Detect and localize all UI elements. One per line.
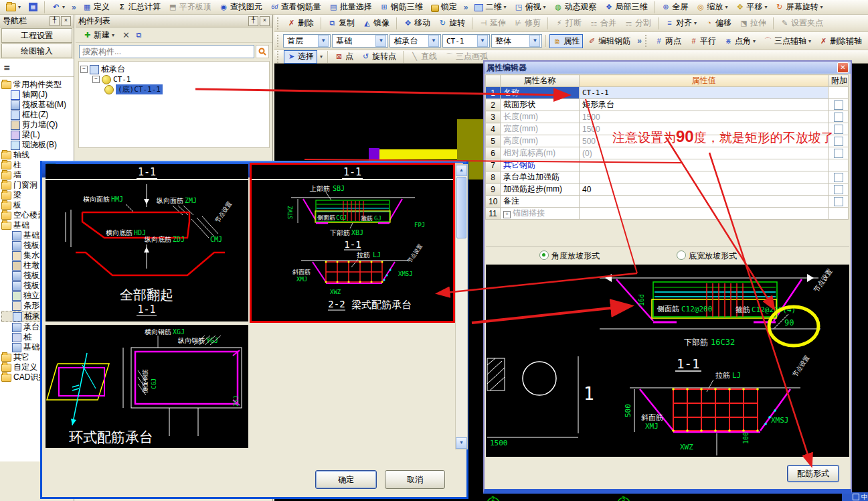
view-mode-combobox[interactable]: 整体▼ <box>491 34 542 48</box>
select-dropdown[interactable]: ▾ <box>319 52 324 61</box>
angle-slope-radio[interactable]: 角度放坡形式 <box>539 250 600 262</box>
property-row-remark[interactable]: 10备注 <box>486 196 849 208</box>
merge-button[interactable]: ⚏合并 <box>586 16 620 30</box>
parallel-axis-button[interactable]: #平行 <box>686 34 719 48</box>
property-row-rel-bottom-elev[interactable]: 6相对底标高(m) (0) <box>486 147 849 159</box>
lock-button[interactable]: 锁定 <box>428 0 460 14</box>
delete-aux-axis-button[interactable]: ✗删除辅轴 <box>816 34 865 48</box>
scrollbar-thumb[interactable] <box>456 177 466 238</box>
property-row-edge-strengthen[interactable]: 8承台单边加强筋 <box>486 171 849 184</box>
delete-component-icon[interactable]: ✕ <box>122 31 131 40</box>
property-editor-titlebar[interactable]: 属性编辑器 ✕ <box>485 62 851 74</box>
dialog-scrollbar[interactable]: ▲ ▼ <box>455 164 468 449</box>
local-3d-button[interactable]: ❖局部三维 <box>601 0 650 14</box>
nav-tree-item[interactable]: 筏板基础(M) <box>1 100 74 110</box>
top-view-button[interactable]: ◳俯视▾ <box>511 0 549 14</box>
copy-button[interactable]: ⧉复制 <box>325 16 358 30</box>
batch-select-button[interactable]: ▤批量选择 <box>326 0 375 14</box>
layers-icon[interactable]: 〓 <box>3 64 11 72</box>
split-button[interactable]: ⚎分割 <box>621 16 655 30</box>
pin-icon[interactable]: ╀ <box>248 16 258 26</box>
project-settings-button[interactable]: 工程设置 <box>1 28 72 43</box>
collapse-icon[interactable]: − <box>80 66 88 73</box>
rotate-button[interactable]: ↻旋转 <box>435 16 468 30</box>
orbit-button[interactable]: ◍动态观察 <box>550 0 600 14</box>
rotate-point-button[interactable]: ↺旋转点 <box>358 50 400 64</box>
align-button[interactable]: ≡对齐▾ <box>662 16 700 30</box>
trim-button[interactable]: ⊬修剪 <box>511 16 544 30</box>
attach-checkbox[interactable] <box>834 173 843 182</box>
property-row-other-rebar[interactable]: 7其它钢筋 <box>486 159 849 171</box>
property-row-length[interactable]: 3长度(mm) 1500 <box>486 111 849 123</box>
point-angle-axis-button[interactable]: ⋇点角▾ <box>721 34 759 48</box>
delete-button[interactable]: ✗删除 <box>284 16 317 30</box>
rebar-style-ring-type[interactable]: 横向钢筋 XGJ 纵向钢筋 YGJ 侧面钢筋 CGJ <box>46 325 248 448</box>
ok-button[interactable]: 确定 <box>315 470 377 489</box>
move-button[interactable]: ✥移动 <box>400 16 434 30</box>
attach-checkbox[interactable] <box>834 137 843 146</box>
summary-calc-button[interactable]: Σ汇总计算 <box>114 0 164 14</box>
nav-tree-item[interactable]: 梁(L) <box>1 130 74 140</box>
toolbar-overflow-chevron-2[interactable]: » <box>462 3 470 12</box>
cancel-button[interactable]: 取消 <box>385 470 445 489</box>
view-2d-button[interactable]: 二维▾ <box>471 0 509 14</box>
copy-component-icon[interactable]: ⧉ <box>135 31 143 40</box>
save-button[interactable]: ▦ <box>25 1 41 13</box>
expand-icon[interactable]: + <box>503 211 511 218</box>
screen-rotate-button[interactable]: ↻屏幕旋转▾ <box>772 0 826 14</box>
define-button[interactable]: ▦定义 <box>80 0 113 14</box>
component-tree-leaf-selected[interactable]: (底)CT-1-1 <box>80 84 268 94</box>
scroll-down-icon[interactable]: ▼ <box>456 437 467 449</box>
category-combobox[interactable]: 基础▼ <box>332 34 388 48</box>
pan-button[interactable]: ✥平移▾ <box>732 0 770 14</box>
full-screen-button[interactable]: ⊕全屏 <box>658 0 691 14</box>
nav-tree-item[interactable]: 现浇板(B) <box>1 140 74 150</box>
stretch-button[interactable]: ⬔拉伸 <box>736 16 770 30</box>
element-combobox[interactable]: CT-1▼ <box>442 34 490 48</box>
bottom-width-slope-radio[interactable]: 底宽放坡形式 <box>677 250 737 262</box>
zoom-button[interactable]: ◎缩放▾ <box>693 0 731 14</box>
component-tree-root[interactable]: − 桩承台 <box>80 64 268 74</box>
attach-checkbox[interactable] <box>834 185 843 194</box>
property-row-name[interactable]: 1 名称 CT-1-1 <box>486 87 849 99</box>
collapse-icon[interactable]: − <box>92 76 100 83</box>
two-point-axis-button[interactable]: #两点 <box>651 34 685 48</box>
attach-checkbox[interactable] <box>834 100 843 110</box>
close-icon[interactable]: × <box>260 16 270 26</box>
properties-button[interactable]: 🗈属性 <box>549 34 583 48</box>
align-slab-top-button[interactable]: ⬒平齐板顶 <box>165 0 215 14</box>
property-row-section-shape[interactable]: 2截面形状 矩形承台 <box>486 99 849 111</box>
close-icon[interactable]: × <box>61 16 71 26</box>
line-button[interactable]: ╲直线 <box>407 50 440 64</box>
nav-tree-group[interactable]: 常用构件类型 <box>1 80 74 90</box>
mirror-button[interactable]: ◭镜像 <box>359 16 393 30</box>
toolbar-overflow-chevron-3[interactable]: » <box>635 36 644 46</box>
attach-checkbox[interactable] <box>834 113 843 122</box>
search-icon[interactable] <box>256 45 269 58</box>
nav-tree-item[interactable]: 轴网(J) <box>1 90 74 100</box>
rebar-3d-button[interactable]: ⊞钢筋三维 <box>377 0 426 14</box>
find-element-button[interactable]: ◉查找图元 <box>216 0 266 14</box>
view-rebar-qty-button[interactable]: 6d查看钢筋量 <box>267 0 325 14</box>
rebar-style-all-turned-up[interactable]: 1-1 横向面筋 HMJ 纵向面筋 ZMJ 横向底筋 HDJ 纵向底筋 <box>46 164 248 321</box>
property-row-anchorage[interactable]: 11 + 锚固搭接 <box>486 208 849 220</box>
search-input[interactable] <box>79 45 254 58</box>
scroll-up-icon[interactable]: ▲ <box>456 165 467 176</box>
attach-checkbox[interactable] <box>834 125 843 134</box>
nav-tree-group[interactable]: 轴线 <box>1 150 74 160</box>
property-row-strengthen-start[interactable]: 9加强筋起步(mm) 40 <box>486 184 849 196</box>
nav-tree-item[interactable]: 框柱(Z) <box>1 110 74 120</box>
nav-tree-item[interactable]: 剪力墙(Q) <box>1 120 74 130</box>
draw-input-button[interactable]: 绘图输入 <box>1 44 72 58</box>
extend-button[interactable]: ⊣延伸 <box>476 16 509 30</box>
point-button[interactable]: ⊠点 <box>331 50 357 64</box>
floor-combobox[interactable]: 首层▼ <box>283 34 331 48</box>
undo-button[interactable]: ↶▾ <box>48 1 68 13</box>
offset-button[interactable]: ◔偏移 <box>701 16 735 30</box>
select-button[interactable]: ➤选择 <box>284 50 317 64</box>
close-icon[interactable]: ✕ <box>837 62 849 73</box>
break-button[interactable]: ⚡打断 <box>551 16 585 30</box>
component-tree-node[interactable]: − CT-1 <box>80 74 268 84</box>
set-grip-button[interactable]: ✎设置夹点 <box>777 16 827 30</box>
attach-checkbox[interactable] <box>834 149 843 158</box>
